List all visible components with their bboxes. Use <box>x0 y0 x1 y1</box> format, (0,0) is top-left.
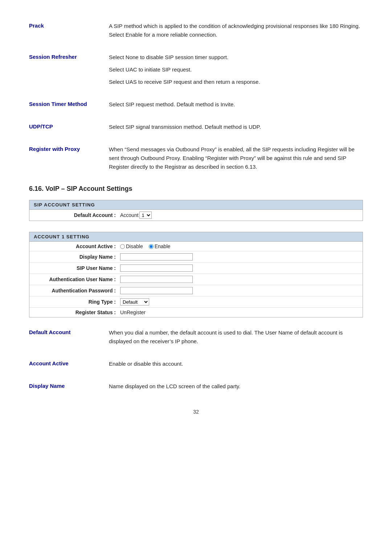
page-number: 32 <box>29 409 363 415</box>
enable-radio-label[interactable]: Enable <box>149 243 171 249</box>
term-block-udp-tcp: UDP/TCPSelect SIP signal transmission me… <box>29 123 363 135</box>
definition-session-timer-method: Select SIP request method. Default metho… <box>109 100 363 112</box>
sip-username-input[interactable] <box>120 264 193 272</box>
definition-prack: A SIP method which is applied to the con… <box>109 22 363 43</box>
disable-radio[interactable] <box>120 244 125 249</box>
term-block-session-timer-method: Session Timer MethodSelect SIP request m… <box>29 100 363 112</box>
ring-type-label: Ring Type : <box>37 299 120 305</box>
display-name-label: Display Name : <box>37 254 120 260</box>
disable-radio-label[interactable]: Disable <box>120 243 143 249</box>
ring-type-select[interactable]: Default <box>120 298 149 305</box>
sip-username-row: SIP User Name : <box>29 263 363 274</box>
auth-username-value <box>120 276 352 283</box>
definition-register-with-proxy: When “Send messages via Outbound Proxy” … <box>109 145 363 175</box>
account-text: Account <box>120 212 139 218</box>
account1-table: Account 1 Setting Account Active : Disab… <box>29 232 363 317</box>
register-status-label: Register Status : <box>37 309 120 315</box>
term-block-prack: PrackA SIP method which is applied to th… <box>29 22 363 43</box>
ring-type-row: Ring Type : Default <box>29 296 363 308</box>
term-default-account: Default Account <box>29 328 109 349</box>
display-name-row: Display Name : <box>29 251 363 263</box>
top-terms-list: PrackA SIP method which is applied to th… <box>29 22 363 175</box>
term-prack: Prack <box>29 22 109 43</box>
register-status-value: UnRegister <box>120 309 352 315</box>
account-active-value: Disable Enable <box>120 243 352 249</box>
default-account-value: Account 1 <box>120 212 352 219</box>
enable-label: Enable <box>155 243 171 249</box>
definition-udp-tcp: Select SIP signal transmission method. D… <box>109 123 363 135</box>
term-udp-tcp: UDP/TCP <box>29 123 109 135</box>
auth-username-row: Authentication User Name : <box>29 274 363 285</box>
term-block-session-refresher: Session RefresherSelect None to disable … <box>29 53 363 90</box>
account-active-label: Account Active : <box>37 243 120 249</box>
default-account-row: Default Account : Account 1 <box>29 210 363 221</box>
term-block-display-name: Display NameName displayed on the LCD sc… <box>29 382 363 394</box>
section-heading: 6.16. VoIP – SIP Account Settings <box>29 185 363 193</box>
register-status-row: Register Status : UnRegister <box>29 308 363 317</box>
term-session-timer-method: Session Timer Method <box>29 100 109 112</box>
sip-username-label: SIP User Name : <box>37 265 120 271</box>
display-name-input[interactable] <box>120 253 193 260</box>
default-account-label: Default Account : <box>37 212 120 218</box>
account1-header: Account 1 Setting <box>29 232 363 242</box>
bottom-terms-list: Default AccountWhen you dial a number, t… <box>29 328 363 394</box>
auth-password-label: Authentication Password : <box>37 288 120 294</box>
definition-session-refresher: Select None to disable SIP session timer… <box>109 53 363 90</box>
auth-password-input[interactable] <box>120 287 193 294</box>
sip-account-header: SIP Account Setting <box>29 200 363 210</box>
auth-password-value <box>120 287 352 294</box>
ring-type-value: Default <box>120 298 352 305</box>
account-active-row: Account Active : Disable Enable <box>29 242 363 251</box>
sip-account-table: SIP Account Setting Default Account : Ac… <box>29 200 363 221</box>
term-register-with-proxy: Register with Proxy <box>29 145 109 175</box>
account-select[interactable]: 1 <box>139 212 152 219</box>
term-block-account-active: Account ActiveEnable or disable this acc… <box>29 360 363 372</box>
definition-account-active: Enable or disable this account. <box>109 360 363 372</box>
auth-password-row: Authentication Password : <box>29 285 363 296</box>
term-display-name: Display Name <box>29 382 109 394</box>
disable-label: Disable <box>126 243 143 249</box>
term-session-refresher: Session Refresher <box>29 53 109 90</box>
register-status-text: UnRegister <box>120 309 146 315</box>
auth-username-label: Authentication User Name : <box>37 276 120 282</box>
term-block-register-with-proxy: Register with ProxyWhen “Send messages v… <box>29 145 363 175</box>
sip-username-value <box>120 264 352 272</box>
term-block-default-account: Default AccountWhen you dial a number, t… <box>29 328 363 349</box>
enable-radio[interactable] <box>149 244 154 249</box>
definition-display-name: Name displayed on the LCD screen of the … <box>109 382 363 394</box>
auth-username-input[interactable] <box>120 276 193 283</box>
term-account-active: Account Active <box>29 360 109 372</box>
definition-default-account: When you dial a number, the default acco… <box>109 328 363 349</box>
display-name-value <box>120 253 352 260</box>
